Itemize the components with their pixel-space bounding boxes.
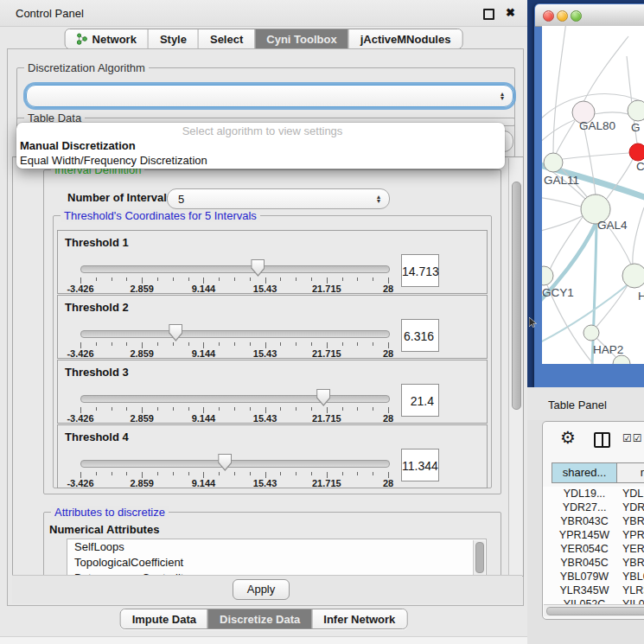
table-row[interactable]: YLR345WYLR3	[543, 583, 644, 597]
tab-select[interactable]: Select	[198, 29, 254, 48]
number-of-intervals-combobox[interactable]: 5 ▴▾	[167, 188, 390, 209]
gear-icon[interactable]: ⚙	[560, 427, 576, 448]
float-icon[interactable]	[483, 9, 494, 20]
table-row[interactable]: YIL052CYIL0	[543, 597, 644, 604]
tick-mark	[265, 407, 266, 413]
tick-mark	[296, 342, 296, 346]
tab-discretize-data[interactable]: Discretize Data	[207, 609, 311, 628]
network-node[interactable]	[629, 143, 644, 161]
network-edge[interactable]	[596, 285, 628, 327]
dropdown-item-equal-width-frequency[interactable]: Equal Width/Frequency Discretization	[16, 153, 505, 168]
attributes-list-scrollbar[interactable]	[473, 540, 485, 577]
tick-mark	[373, 472, 373, 475]
tick-label: 2.859	[130, 413, 154, 424]
threshold-value-field[interactable]: 21.4	[401, 384, 439, 417]
tick-mark	[203, 342, 204, 348]
tick-mark	[203, 277, 204, 284]
tick-mark	[357, 407, 358, 411]
network-edge[interactable]	[583, 124, 596, 195]
tick-mark	[234, 342, 235, 346]
dropdown-item-manual-discretization[interactable]: Manual Discretization	[16, 138, 505, 153]
traffic-light-close-icon[interactable]	[543, 10, 554, 22]
settings-vertical-scrollbar[interactable]	[508, 158, 522, 575]
tick-label: 15.43	[253, 478, 277, 488]
threshold-slider-track[interactable]	[80, 395, 390, 403]
table-horizontal-scrollbar[interactable]	[544, 604, 644, 616]
tab-impute-data[interactable]: Impute Data	[121, 609, 207, 628]
network-node[interactable]	[544, 153, 563, 172]
table-row[interactable]: YER054CYER0	[543, 542, 644, 556]
tick-mark	[96, 407, 97, 411]
threshold-slider-thumb[interactable]	[316, 389, 330, 406]
split-columns-icon[interactable]	[594, 432, 610, 448]
table-row[interactable]: YBR043CYBR0	[543, 514, 644, 528]
control-panel-title: Control Panel	[16, 7, 84, 20]
threshold-slider-track[interactable]	[80, 460, 390, 468]
tick-mark	[112, 342, 112, 346]
network-edge[interactable]	[556, 121, 575, 154]
tab-network[interactable]: Network	[66, 29, 148, 48]
tick-label: 2.859	[130, 284, 154, 294]
table-cell-shared-name: YBR045C	[552, 556, 617, 570]
tab-infer-network[interactable]: Infer Network	[311, 609, 406, 628]
threshold-slider-thumb[interactable]	[251, 259, 265, 277]
column-header-shared[interactable]: shared...	[552, 462, 617, 483]
network-desktop: GAL80GCGAL11GAL4GCY1HHAP2	[527, 0, 644, 387]
network-node[interactable]	[628, 100, 644, 121]
close-icon[interactable]: ✖	[506, 6, 515, 19]
network-edge[interactable]	[563, 153, 629, 159]
apply-button[interactable]: Apply	[233, 579, 290, 600]
network-node[interactable]	[542, 266, 553, 285]
scrollbar-thumb[interactable]	[546, 607, 644, 615]
table-row[interactable]: YPR145WYPR1	[543, 528, 644, 542]
network-window[interactable]: GAL80GCGAL11GAL4GCY1HHAP2	[534, 3, 644, 387]
tab-jactivemnodules[interactable]: jActiveMNodules	[348, 29, 462, 48]
network-node-label: C	[636, 160, 644, 173]
network-canvas[interactable]: GAL80GCGAL11GAL4GCY1HHAP2	[542, 26, 644, 364]
table-row[interactable]: YDR27...YDR2	[543, 501, 644, 514]
tick-label: -3.426	[67, 413, 93, 424]
threshold-value-field[interactable]: 14.713	[401, 254, 439, 287]
table-row[interactable]: YBR045CYBR0	[543, 556, 644, 570]
tab-cyni-toolbox[interactable]: Cyni Toolbox	[254, 29, 348, 48]
tick-mark	[112, 277, 112, 281]
network-edge[interactable]	[542, 197, 581, 207]
network-edge[interactable]	[553, 26, 566, 153]
scrollbar-thumb[interactable]	[475, 542, 484, 573]
tick-mark	[219, 407, 220, 411]
threshold-value-field[interactable]: 11.344	[401, 449, 439, 481]
tick-mark	[250, 472, 251, 475]
network-node[interactable]	[622, 264, 644, 288]
table-cell-shared-name: YPR145W	[552, 528, 617, 542]
traffic-light-zoom-icon[interactable]	[571, 10, 582, 22]
tick-label: 28	[383, 478, 393, 488]
tick-mark	[280, 342, 281, 346]
table-cell-name: YBR0	[622, 556, 644, 570]
table-row[interactable]: YDL19...YDL1	[543, 487, 644, 501]
scrollbar-thumb[interactable]	[512, 182, 521, 410]
thresholds-group: Threshold's Coordinates for 5 Intervals …	[53, 215, 492, 488]
threshold-slider-thumb[interactable]	[169, 324, 182, 341]
tab-style[interactable]: Style	[148, 29, 198, 48]
network-window-titlebar[interactable]	[535, 4, 644, 27]
tick-mark	[265, 472, 266, 478]
attribute-list-item[interactable]: TopologicalCoefficient	[67, 555, 486, 571]
table-cell-name: YBR0	[622, 514, 644, 528]
tab-label: Select	[210, 33, 243, 46]
network-edge[interactable]	[633, 207, 644, 265]
algorithm-combobox[interactable]: ▴▾	[26, 85, 513, 107]
threshold-value-field[interactable]: 6.316	[401, 319, 439, 352]
table-row[interactable]: YBL079WYBL0	[543, 570, 644, 583]
attribute-list-item[interactable]: SelfLoops	[67, 539, 486, 555]
threshold-slider-track[interactable]	[80, 330, 390, 338]
network-node[interactable]	[583, 325, 599, 341]
column-header-name[interactable]: na	[616, 462, 644, 483]
threshold-slider-thumb[interactable]	[218, 454, 232, 471]
traffic-light-minimize-icon[interactable]	[557, 10, 568, 22]
threshold-slider-track[interactable]	[80, 265, 390, 273]
checkboxes-icon[interactable]: ☑☑	[622, 432, 643, 444]
threshold-box: Threshold 1-3.4262.8599.14415.4321.71528…	[57, 230, 488, 294]
tick-mark	[388, 342, 389, 348]
network-edge[interactable]	[550, 217, 583, 270]
network-edge[interactable]	[583, 36, 628, 102]
